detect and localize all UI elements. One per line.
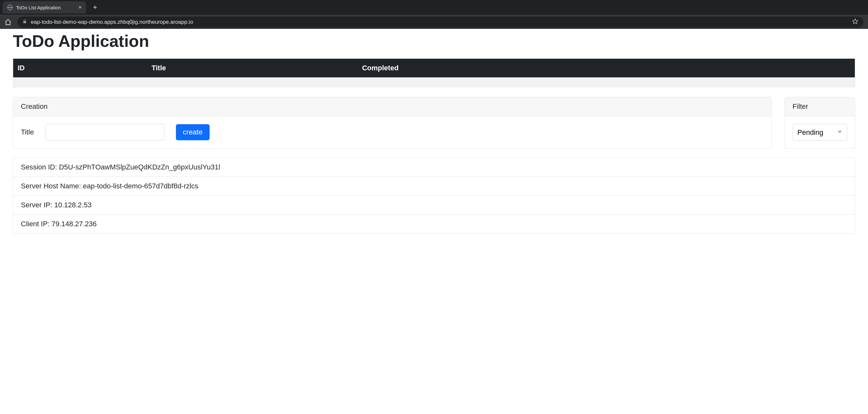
hostname-label: Server Host Name: [21, 182, 83, 190]
title-label: Title: [21, 128, 34, 136]
browser-tab[interactable]: ToDo List Application ×: [3, 1, 86, 13]
client-ip-value: 79.148.27.236: [51, 220, 97, 228]
title-input[interactable]: [45, 124, 164, 140]
session-label: Session ID: [21, 163, 59, 171]
filter-header: Filter: [785, 97, 855, 116]
filter-card: Filter Pending: [784, 97, 855, 149]
client-ip-label: Client IP: [21, 220, 51, 228]
creation-card: Creation Title create: [13, 97, 772, 149]
creation-header: Creation: [13, 97, 771, 116]
info-session: Session IDD5U-szPhTOawMSlpZueQdKDzZn_g6p…: [13, 158, 855, 177]
col-header-completed: Completed: [358, 59, 855, 78]
new-tab-button[interactable]: +: [90, 2, 100, 12]
address-bar[interactable]: eap-todo-list-demo-eap-demo.apps.zhbq0ji…: [17, 17, 864, 28]
create-button[interactable]: create: [176, 124, 210, 140]
info-server-ip: Server IP10.128.2.53: [13, 196, 855, 215]
url-text: eap-todo-list-demo-eap-demo.apps.zhbq0ji…: [31, 19, 848, 25]
globe-icon: [7, 4, 13, 10]
server-ip-label: Server IP: [21, 201, 54, 209]
server-ip-value: 10.128.2.53: [54, 201, 92, 209]
col-header-id: ID: [13, 59, 148, 78]
lock-icon: [23, 19, 27, 25]
tab-strip: ToDo List Application × +: [0, 0, 868, 15]
tab-title: ToDo List Application: [16, 5, 75, 10]
browser-chrome: ToDo List Application × + eap-todo-list-…: [0, 0, 868, 29]
address-row: eap-todo-list-demo-eap-demo.apps.zhbq0ji…: [0, 15, 868, 29]
page-title: ToDo Application: [13, 31, 855, 51]
hostname-value: eap-todo-list-demo-657d7dbf8d-rzlcs: [83, 182, 198, 190]
home-icon[interactable]: [4, 19, 11, 26]
page-content: ToDo Application ID Title Completed Crea…: [0, 31, 868, 247]
bookmark-star-icon[interactable]: [852, 18, 858, 26]
table-empty-row: [13, 78, 855, 87]
todo-table: ID Title Completed: [13, 58, 855, 87]
close-tab-icon[interactable]: ×: [79, 5, 82, 10]
session-value: D5U-szPhTOawMSlpZueQdKDzZn_g6pxUuslYu31l: [59, 163, 220, 171]
info-hostname: Server Host Nameeap-todo-list-demo-657d7…: [13, 177, 855, 196]
filter-select[interactable]: Pending: [793, 124, 847, 140]
col-header-title: Title: [148, 59, 358, 78]
info-client-ip: Client IP79.148.27.236: [13, 215, 855, 233]
info-list: Session IDD5U-szPhTOawMSlpZueQdKDzZn_g6p…: [13, 158, 855, 234]
